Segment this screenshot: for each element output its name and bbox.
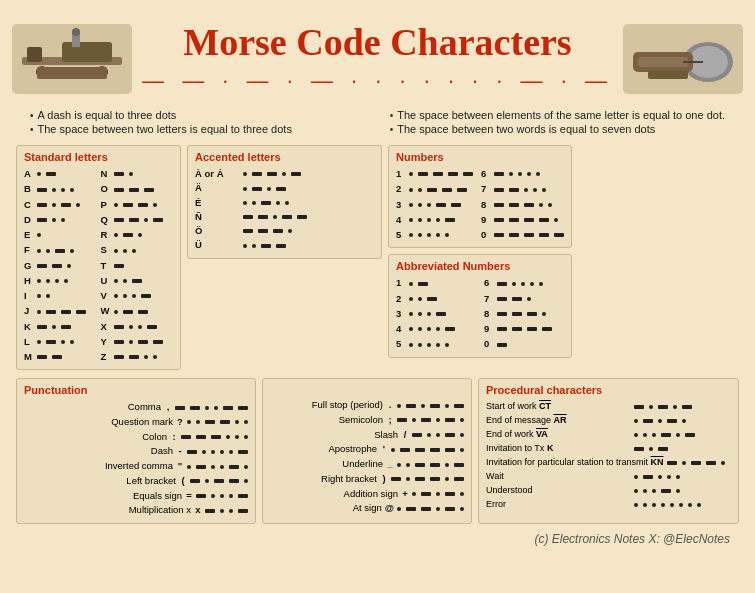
letter-key: R: [101, 228, 111, 242]
morse-code: [412, 428, 464, 442]
svg-rect-2: [62, 42, 112, 62]
morse-code: [114, 320, 157, 334]
morse-code: [243, 167, 301, 181]
accented-key: Ñ: [195, 210, 240, 224]
punct2-row: Slash/: [270, 428, 464, 443]
punct2-row: Full stop (period).: [270, 398, 464, 413]
letter-key: B: [24, 182, 34, 196]
svg-rect-1: [27, 47, 42, 62]
col-numbers: Numbers 1627384950 Abbreviated Numbers 1…: [388, 145, 572, 370]
rules-section: • A dash is equal to three dots • The sp…: [10, 103, 745, 141]
morse-code: [114, 213, 163, 227]
proc-row: End of work VA: [486, 428, 731, 442]
punct2-label: Apostrophe: [287, 442, 377, 457]
punct2-label: Slash: [308, 428, 398, 443]
number-row: 9: [481, 213, 564, 227]
proc-label: End of message AR: [486, 414, 631, 428]
morse-code: [114, 305, 148, 319]
letter-row: E: [24, 228, 97, 242]
accented-letters-title: Accented letters: [195, 151, 374, 163]
proc-label: Invitation for particular station to tra…: [486, 456, 664, 470]
letter-key: X: [101, 320, 111, 334]
morse-code: [497, 338, 507, 352]
bottom-grid: Punctuation Comma,Question mark?Colon:Da…: [10, 374, 745, 528]
abbreviated-numbers-grid: 1627384950: [396, 276, 564, 351]
proc-row: Invitation to Tx K: [486, 442, 731, 456]
letter-key: H: [24, 274, 34, 288]
abbr-number-key: 0: [484, 337, 494, 351]
letter-row: N: [101, 167, 174, 181]
punctuation-box: Punctuation Comma,Question mark?Colon:Da…: [16, 378, 256, 524]
morse-code: [243, 182, 286, 196]
telegraph-right-image: [623, 24, 743, 94]
number-key: 8: [481, 198, 491, 212]
footer: (c) Electronics Notes X: @ElecNotes: [10, 528, 745, 552]
morse-code: [409, 198, 461, 212]
accented-letter-row: Ö: [195, 224, 374, 238]
letter-key: J: [24, 304, 34, 318]
punct-char: :: [170, 430, 178, 445]
proc-label: Start of work CT: [486, 400, 631, 414]
morse-code: [497, 307, 546, 321]
letter-key: O: [101, 182, 111, 196]
letter-row: C: [24, 198, 97, 212]
letter-row: F: [24, 243, 97, 257]
punct-char: ": [176, 459, 184, 474]
rule-4: • The space between two words is equal t…: [390, 123, 725, 135]
morse-code: [497, 292, 531, 306]
letter-key: F: [24, 243, 34, 257]
morse-code: [243, 210, 307, 224]
punct-row: Equals sign=: [24, 489, 248, 504]
abbr-number-key: 3: [396, 307, 406, 321]
letter-key: A: [24, 167, 34, 181]
number-key: 9: [481, 213, 491, 227]
header: Morse Code Characters — — · — · — · · · …: [10, 10, 745, 103]
proc-key: K: [547, 443, 554, 453]
punct-label: Inverted comma: [83, 459, 173, 474]
letter-key: I: [24, 289, 34, 303]
punct2-row: Addition sign+: [270, 487, 464, 502]
letter-row: G: [24, 259, 97, 273]
abbr-number-row: 0: [484, 337, 564, 351]
letter-key: G: [24, 259, 34, 273]
morse-code: [634, 414, 686, 428]
morse-code: [196, 489, 248, 503]
punct2-char: @: [385, 501, 394, 516]
punct-label: Multiplication x: [101, 503, 191, 518]
accented-key: Ü: [195, 238, 240, 252]
abbreviated-numbers-title: Abbreviated Numbers: [396, 260, 564, 272]
morse-code: [409, 338, 449, 352]
letter-row: P: [101, 198, 174, 212]
abbr-number-row: 6: [484, 276, 564, 290]
number-row: 7: [481, 182, 564, 196]
accented-letter-row: Ü: [195, 238, 374, 252]
bullet-4: •: [390, 124, 394, 135]
letter-key: W: [101, 304, 111, 318]
punct2-row: Underline_: [270, 457, 464, 472]
punct2-row: Semicolon;: [270, 413, 464, 428]
morse-code: [37, 213, 65, 227]
letter-key: Z: [101, 350, 111, 364]
letter-row: W: [101, 304, 174, 318]
page: Morse Code Characters — — · — · — · · · …: [10, 10, 745, 552]
punct2-row: Apostrophe': [270, 442, 464, 457]
punct2-row: Right bracket): [270, 472, 464, 487]
morse-code: [497, 322, 552, 336]
letter-row: B: [24, 182, 97, 196]
letter-row: H: [24, 274, 97, 288]
morse-code: [37, 183, 74, 197]
accented-letter-row: Ñ: [195, 210, 374, 224]
punct-row: Dash-: [24, 444, 248, 459]
punctuation2-list: Full stop (period).Semicolon;Slash/Apost…: [270, 398, 464, 516]
abbr-number-key: 2: [396, 292, 406, 306]
abbr-number-key: 6: [484, 276, 494, 290]
letter-row: V: [101, 289, 174, 303]
morse-code: [37, 289, 50, 303]
numbers-title: Numbers: [396, 151, 564, 163]
punct-label: Dash: [83, 444, 173, 459]
bullet-1: •: [30, 110, 34, 121]
punct-row: Comma,: [24, 400, 248, 415]
letter-row: O: [101, 182, 174, 196]
letter-key: L: [24, 335, 34, 349]
letter-row: Y: [101, 335, 174, 349]
